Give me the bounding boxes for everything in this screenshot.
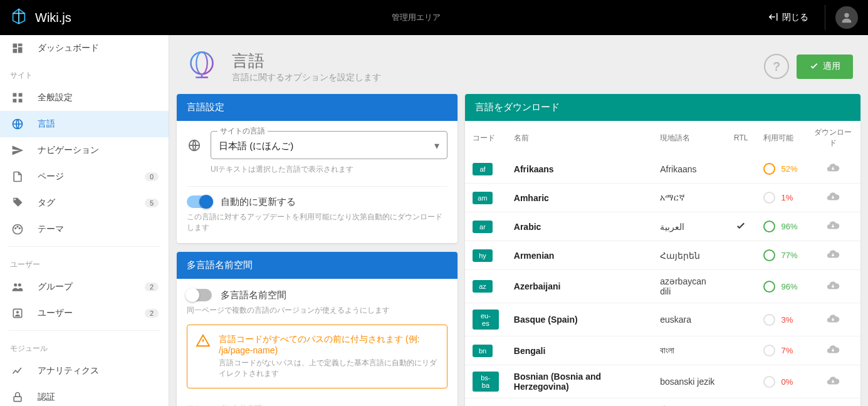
check-icon xyxy=(809,61,819,73)
auto-update-switch[interactable] xyxy=(187,195,212,208)
col-dl: ダウンロード xyxy=(805,121,860,155)
user-icon xyxy=(10,306,25,321)
availability: 7% xyxy=(763,345,798,357)
check-icon xyxy=(735,220,746,231)
svg-rect-5 xyxy=(13,93,17,97)
namespace-label: 多言語名前空間 xyxy=(221,289,286,301)
rtl-cell xyxy=(726,241,755,270)
cloud-download-icon[interactable] xyxy=(826,195,840,206)
locale-code-badge: af xyxy=(473,163,493,175)
sidebar-item-label: ダッシュボード xyxy=(38,43,99,54)
palette-icon xyxy=(10,222,25,237)
exit-icon xyxy=(767,11,778,24)
cloud-download-icon[interactable] xyxy=(826,224,840,234)
sidebar-item-label: アナリティクス xyxy=(38,365,99,377)
col-native: 現地語名 xyxy=(652,121,726,155)
count-badge: 2 xyxy=(145,309,159,318)
table-row: bgBulgarianбългарски език96% xyxy=(465,398,860,407)
sidebar-item-general[interactable]: 全般設定 xyxy=(0,85,169,111)
table-row: afAfrikaansAfrikaans52% xyxy=(465,155,860,184)
locale-native: Afrikaans xyxy=(652,155,726,184)
locale-name: Bengali xyxy=(514,346,546,356)
cloud-download-icon[interactable] xyxy=(826,380,840,390)
rtl-cell xyxy=(726,303,755,336)
sidebar-item-users[interactable]: ユーザー 2 xyxy=(0,300,169,326)
namespace-alert: 言語コードがすべてのパスの前に付与されます (例: /ja/page-name)… xyxy=(187,325,447,388)
globe-icon xyxy=(10,117,25,132)
widgets-icon xyxy=(10,90,25,105)
area-label: 管理用エリア xyxy=(71,12,761,23)
group-icon xyxy=(10,279,25,294)
availability: 1% xyxy=(763,192,798,204)
user-avatar[interactable] xyxy=(835,6,858,29)
namespace-switch[interactable] xyxy=(187,289,212,301)
locale-download-table: コード 名前 現地語名 RTL 利用可能 ダウンロード afAfrikaansA… xyxy=(465,121,860,406)
col-rtl: RTL xyxy=(726,121,755,155)
sidebar-item-pages[interactable]: ページ 0 xyxy=(0,164,169,190)
rtl-cell xyxy=(726,365,755,398)
select-value: 日本語 (にほんご) xyxy=(219,140,293,151)
locale-native: български език xyxy=(652,398,726,407)
cloud-download-icon[interactable] xyxy=(826,167,840,177)
sidebar-item-auth[interactable]: 認証 xyxy=(0,384,169,406)
svg-rect-19 xyxy=(14,397,21,402)
svg-rect-7 xyxy=(13,99,17,103)
locale-native: bosanski jezik xyxy=(652,365,726,398)
locale-code-badge: az xyxy=(473,280,493,293)
apply-button[interactable]: 適用 xyxy=(797,55,853,79)
svg-rect-1 xyxy=(13,44,18,48)
locale-code-badge: bn xyxy=(473,345,493,357)
table-row: bnBengaliবাংলা7% xyxy=(465,336,860,365)
table-row: azAzerbaijaniazərbaycan dili96% xyxy=(465,270,860,303)
sidebar-item-label: 全般設定 xyxy=(38,92,73,103)
sidebar-item-dashboard[interactable]: ダッシュボード xyxy=(0,35,169,61)
sidebar-item-label: タグ xyxy=(38,197,55,209)
availability: 96% xyxy=(763,221,798,232)
count-badge: 5 xyxy=(145,199,159,207)
sidebar-section-user: ユーザー xyxy=(0,251,169,274)
availability: 52% xyxy=(763,163,798,175)
cloud-download-icon[interactable] xyxy=(826,284,840,294)
svg-point-16 xyxy=(18,283,21,286)
sidebar-item-label: ナビゲーション xyxy=(38,145,99,156)
sidebar-item-navigation[interactable]: ナビゲーション xyxy=(0,137,169,164)
availability: 96% xyxy=(763,281,798,293)
sidebar-item-label: ページ xyxy=(38,171,64,182)
cloud-download-icon[interactable] xyxy=(826,318,840,328)
close-label: 閉じる xyxy=(782,12,808,23)
site-locale-select[interactable]: サイトの言語 日本語 (にほんご) ▾ xyxy=(211,131,447,159)
app-logo[interactable]: Wiki.js xyxy=(10,8,71,28)
cloud-download-icon[interactable] xyxy=(826,348,840,358)
locale-name: Armenian xyxy=(514,251,555,261)
sidebar-item-label: テーマ xyxy=(38,224,64,235)
sidebar-item-locale[interactable]: 言語 xyxy=(0,111,169,137)
sidebar: ダッシュボード サイト 全般設定 言語 ナビゲーション ページ 0 タグ 5 テ… xyxy=(0,35,169,406)
cloud-download-icon[interactable] xyxy=(826,253,840,263)
svg-rect-4 xyxy=(13,49,18,53)
svg-rect-3 xyxy=(18,47,23,53)
locale-name: Afrikaans xyxy=(514,164,554,174)
col-avail: 利用可能 xyxy=(756,121,805,155)
sidebar-item-tags[interactable]: タグ 5 xyxy=(0,190,169,216)
warning-icon xyxy=(196,334,210,379)
close-button[interactable]: 閉じる xyxy=(761,8,815,28)
auto-update-hint: この言語に対するアップデートを利用可能になり次第自動的にダウンロードします xyxy=(187,212,447,233)
locale-native: Հայերեն xyxy=(652,241,726,270)
sidebar-item-groups[interactable]: グループ 2 xyxy=(0,274,169,300)
sidebar-item-label: 認証 xyxy=(38,392,55,403)
download-heading: 言語をダウンロード xyxy=(465,94,860,121)
auto-update-label: 自動的に更新する xyxy=(221,196,296,208)
sidebar-item-theme[interactable]: テーマ xyxy=(0,216,169,242)
locale-code-badge: bs-ba xyxy=(473,372,499,392)
user-icon xyxy=(840,11,854,24)
availability: 3% xyxy=(763,314,798,326)
sidebar-section-module: モジュール xyxy=(0,335,169,358)
locale-settings-heading: 言語設定 xyxy=(177,94,458,121)
svg-point-13 xyxy=(17,226,18,227)
locale-name: Azerbaijani xyxy=(514,281,561,291)
namespace-hint: 同一ページで複数の言語のバージョンが使えるようにします xyxy=(187,305,447,316)
sidebar-item-analytics[interactable]: アナリティクス xyxy=(0,358,169,384)
svg-point-15 xyxy=(14,283,17,286)
locale-code-badge: hy xyxy=(473,249,493,262)
help-button[interactable]: ? xyxy=(764,54,789,79)
